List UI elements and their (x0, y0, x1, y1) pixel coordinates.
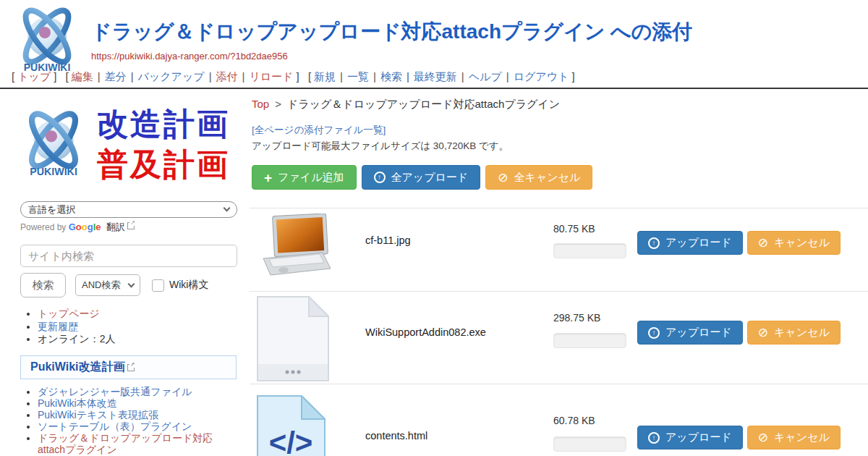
cancel-all-label: 全キャンセル (514, 171, 581, 185)
file-size: 80.75 KB (553, 223, 595, 235)
wiki-syntax-label: Wiki構文 (169, 279, 208, 292)
nav-top[interactable]: トップ (17, 70, 51, 83)
sidebar-item-sort-table[interactable]: ソートテーブル（表）プラグイン (38, 421, 192, 432)
upload-progress-bar (553, 333, 626, 348)
wiki-syntax-checkbox[interactable] (152, 279, 164, 292)
list-item: 更新履歴 (38, 321, 237, 334)
site-slogan: 改造計画 普及計画 (97, 104, 230, 185)
page-url-link[interactable]: https://pukiwiki.dajya-ranger.com/?1bd2d… (91, 51, 288, 62)
search-controls: 検索 AND検索 Wiki構文 (20, 273, 208, 297)
nav-help[interactable]: ヘルプ (469, 70, 502, 83)
atom-icon: PUKIWIKI (14, 98, 93, 187)
upload-button[interactable]: ↑ アップロード (637, 426, 743, 449)
breadcrumb-separator: > (275, 98, 281, 110)
nav-diff[interactable]: 差分 (105, 70, 127, 83)
pipe: | (131, 70, 134, 83)
file-row-actions: ↑ アップロード ⊘ キャンセル (637, 321, 841, 345)
slogan-line1: 改造計画 (97, 104, 230, 144)
search-mode-value: AND検索 (82, 279, 120, 292)
nav-backup[interactable]: バックアップ (138, 70, 205, 83)
nav-attach[interactable]: 添付 (216, 70, 238, 83)
cancel-button[interactable]: ⊘ キャンセル (747, 231, 841, 255)
pukiwiki-logo[interactable]: PUKIWIKI (9, 4, 85, 74)
cancel-label: キャンセル (774, 326, 830, 339)
site-search-input[interactable] (20, 245, 237, 267)
bracket: [ (12, 70, 14, 83)
online-count: オンライン：2人 (38, 333, 115, 345)
upload-circle-icon: ↑ (648, 327, 660, 339)
nav-recent[interactable]: 最終更新 (414, 70, 457, 83)
ban-icon: ⊘ (758, 431, 768, 444)
all-attachments-link[interactable]: [全ページの添付ファイル一覧] (252, 124, 386, 137)
nav-list[interactable]: 一覧 (347, 70, 369, 83)
pipe: | (340, 70, 343, 83)
pipe: | (461, 70, 464, 83)
nav-logout[interactable]: ログアウト (514, 70, 569, 83)
file-row: cf-b11.jpg 80.75 KB ↑ アップロード ⊘ キャンセル (250, 208, 868, 291)
chevron-down-icon (128, 280, 135, 287)
sidebar-item-common-files[interactable]: ダジャレンジャー版共通ファイル (38, 386, 192, 397)
sidebar-item-dragdrop-attach[interactable]: ドラッグ＆ドロップアップロード対応attachプラグイン (38, 432, 213, 455)
file-name: WikiSupportAddin082.exe (365, 326, 486, 338)
pipe: | (373, 70, 376, 83)
sidebar-item-recent-changes[interactable]: 更新履歴 (38, 321, 78, 332)
language-select[interactable]: 言語を選択 (20, 201, 237, 218)
cancel-button[interactable]: ⊘ キャンセル (747, 321, 841, 345)
cancel-all-button[interactable]: ⊘ 全キャンセル (485, 165, 592, 190)
search-button[interactable]: 検索 (20, 273, 66, 297)
sidebar-item-top-page[interactable]: トップページ (38, 308, 100, 319)
add-file-label: ファイル追加 (278, 171, 344, 185)
pipe: | (242, 70, 245, 83)
sidebar-section-heading[interactable]: PukiWiki改造計画 (20, 355, 237, 379)
upload-progress-bar (553, 243, 626, 258)
upload-circle-icon: ↑ (374, 172, 386, 183)
ban-icon: ⊘ (758, 326, 768, 339)
powered-by-label: Powered by (20, 222, 66, 232)
breadcrumb-home-link[interactable]: Top (252, 98, 269, 110)
bracket: [ (308, 70, 311, 83)
plus-icon: + (264, 171, 272, 185)
top-navigation: [トップ] [編集|差分|バックアップ|添付|リロード] [新規|一覧|検索|最… (9, 70, 578, 84)
nav-new[interactable]: 新規 (314, 70, 336, 83)
section-heading-label: PukiWiki改造計画 (30, 360, 125, 375)
cancel-label: キャンセル (774, 236, 830, 250)
upload-all-button[interactable]: ↑ 全アップロード (362, 165, 481, 190)
sidebar-item-text-extension[interactable]: PukiWikiテキスト表現拡張 (38, 409, 158, 421)
main-content: Top>ドラッグ＆ドロップアップロード対応attachプラグイン [全ページの添… (250, 94, 868, 456)
nav-reload[interactable]: リロード (249, 70, 293, 83)
file-name: cf-b11.jpg (365, 235, 411, 246)
sidebar-item-core-mods[interactable]: PukiWiki本体改造 (38, 397, 117, 409)
generic-file-icon (257, 296, 329, 384)
pipe: | (98, 70, 101, 83)
sidebar-site-logo[interactable]: PUKIWIKI 改造計画 普及計画 (14, 98, 230, 187)
upload-button[interactable]: ↑ アップロード (637, 231, 743, 255)
upload-label: アップロード (665, 431, 732, 444)
ban-icon: ⊘ (758, 237, 768, 249)
upload-progress-bar (553, 436, 626, 452)
upload-circle-icon: ↑ (648, 237, 660, 249)
bracket: ] (297, 70, 299, 83)
code-glyph: </> (269, 426, 313, 456)
file-row: </> contents.html 60.78 KB ↑ アップロード ⊘ キャ… (250, 384, 868, 456)
translate-link[interactable]: 翻訳 (106, 221, 125, 232)
laptop-photo-thumbnail (260, 214, 333, 279)
bracket: ] (571, 70, 574, 83)
upload-button[interactable]: ↑ アップロード (637, 321, 743, 345)
google-translate-attribution: Powered by Google 翻訳 (20, 221, 135, 234)
sidebar: PUKIWIKI 改造計画 普及計画 言語を選択 Powered by Goog… (7, 94, 250, 456)
nav-edit[interactable]: 編集 (72, 70, 93, 83)
file-row: WikiSupportAddin082.exe 298.75 KB ↑ アップロ… (250, 291, 868, 384)
file-size: 298.75 KB (553, 312, 600, 324)
pipe: | (209, 70, 212, 83)
list-item: ダジャレンジャー版共通ファイル (38, 386, 239, 397)
search-mode-select[interactable]: AND検索 (75, 274, 140, 296)
upload-label: アップロード (665, 236, 732, 250)
logo-wordmark: PUKIWIKI (30, 166, 77, 177)
cancel-button[interactable]: ⊘ キャンセル (747, 426, 841, 449)
atom-icon: PUKIWIKI (9, 4, 85, 74)
bracket: [ (66, 70, 69, 83)
file-row-actions: ↑ アップロード ⊘ キャンセル (637, 426, 841, 449)
cancel-label: キャンセル (774, 431, 830, 444)
nav-search[interactable]: 検索 (380, 70, 402, 83)
add-file-button[interactable]: + ファイル追加 (252, 165, 357, 190)
